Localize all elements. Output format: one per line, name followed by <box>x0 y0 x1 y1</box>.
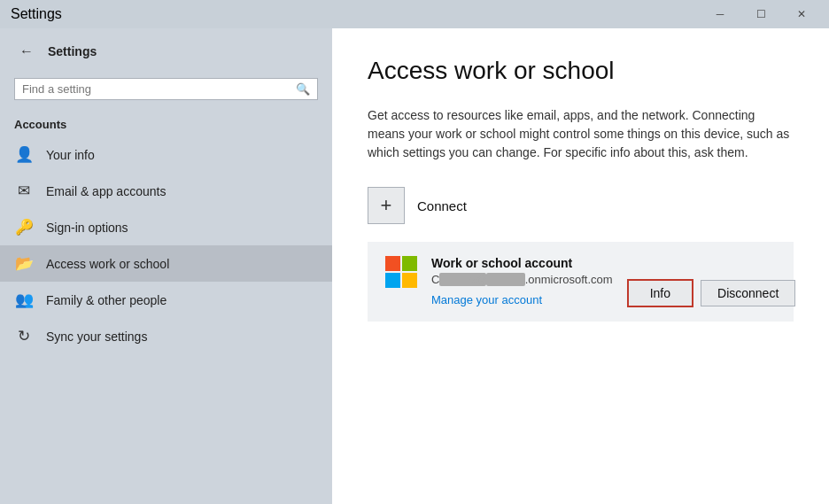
close-button[interactable]: ✕ <box>781 0 822 28</box>
ms-logo-yellow <box>402 273 417 288</box>
sidebar-item-family-other-people[interactable]: 👥 Family & other people <box>0 282 332 318</box>
connect-label: Connect <box>417 198 467 213</box>
main-layout: ← Settings 🔍 Accounts 👤 Your info ✉ Emai… <box>0 28 829 504</box>
search-input[interactable] <box>22 82 291 96</box>
family-icon: 👥 <box>14 291 34 309</box>
work-school-icon: 📂 <box>14 254 34 273</box>
email-icon: ✉ <box>14 182 34 200</box>
sidebar: ← Settings 🔍 Accounts 👤 Your info ✉ Emai… <box>0 28 332 504</box>
title-bar-title: Settings <box>11 6 62 22</box>
email-redacted-mid: e@ <box>439 273 486 286</box>
info-button[interactable]: Info <box>627 279 693 307</box>
page-title: Access work or school <box>368 57 794 85</box>
account-type: Work or school account <box>431 256 613 270</box>
account-card: Work or school account C e@ .onmicrosoft… <box>368 242 794 322</box>
page-description: Get access to resources like email, apps… <box>368 106 793 162</box>
sidebar-item-access-work-school[interactable]: 📂 Access work or school <box>0 245 332 282</box>
title-bar-controls: ─ ☐ ✕ <box>700 0 822 28</box>
sidebar-item-email-app-accounts[interactable]: ✉ Email & app accounts <box>0 173 332 209</box>
ms-logo-blue <box>385 273 400 288</box>
your-info-icon: 👤 <box>14 145 34 164</box>
search-icon: 🔍 <box>296 82 310 96</box>
email-prefix: C <box>431 273 439 286</box>
title-bar-left: Settings <box>11 6 62 22</box>
sidebar-item-sync-settings[interactable]: ↻ Sync your settings <box>0 318 332 354</box>
email-suffix: .onmicrosoft.com <box>525 273 613 286</box>
sidebar-top: ← Settings <box>0 28 332 74</box>
account-email: C e@ .onmicrosoft.com <box>431 273 613 286</box>
maximize-button[interactable]: ☐ <box>740 0 781 28</box>
ms-logo-red <box>385 256 400 271</box>
sync-icon: ↻ <box>14 327 34 345</box>
sidebar-item-label-access: Access work or school <box>46 257 169 271</box>
ms-logo-green <box>402 256 417 271</box>
email-redacted-domain <box>486 273 524 286</box>
sidebar-item-label-sync: Sync your settings <box>46 330 147 344</box>
back-button[interactable]: ← <box>14 39 39 64</box>
disconnect-button[interactable]: Disconnect <box>701 280 795 306</box>
connect-button[interactable]: + <box>368 187 405 224</box>
search-box[interactable]: 🔍 <box>14 78 318 100</box>
manage-account-link[interactable]: Manage your account <box>431 293 542 306</box>
account-info: Work or school account C e@ .onmicrosoft… <box>431 256 613 307</box>
title-bar: Settings ─ ☐ ✕ <box>0 0 829 28</box>
sidebar-item-label-signin: Sign-in options <box>46 221 128 235</box>
sidebar-app-title: Settings <box>48 44 97 58</box>
sidebar-item-sign-in-options[interactable]: 🔑 Sign-in options <box>0 209 332 245</box>
microsoft-logo <box>385 256 417 288</box>
sidebar-item-label-family: Family & other people <box>46 293 167 307</box>
account-actions: Info Disconnect <box>627 279 796 307</box>
connect-row: + Connect <box>368 187 794 224</box>
content-panel: Access work or school Get access to reso… <box>332 28 829 504</box>
sidebar-item-your-info[interactable]: 👤 Your info <box>0 136 332 173</box>
accounts-section-label: Accounts <box>0 111 332 136</box>
minimize-button[interactable]: ─ <box>700 0 740 28</box>
sign-in-icon: 🔑 <box>14 218 34 236</box>
sidebar-item-label-email: Email & app accounts <box>46 184 166 198</box>
sidebar-item-label-your-info: Your info <box>46 148 95 162</box>
